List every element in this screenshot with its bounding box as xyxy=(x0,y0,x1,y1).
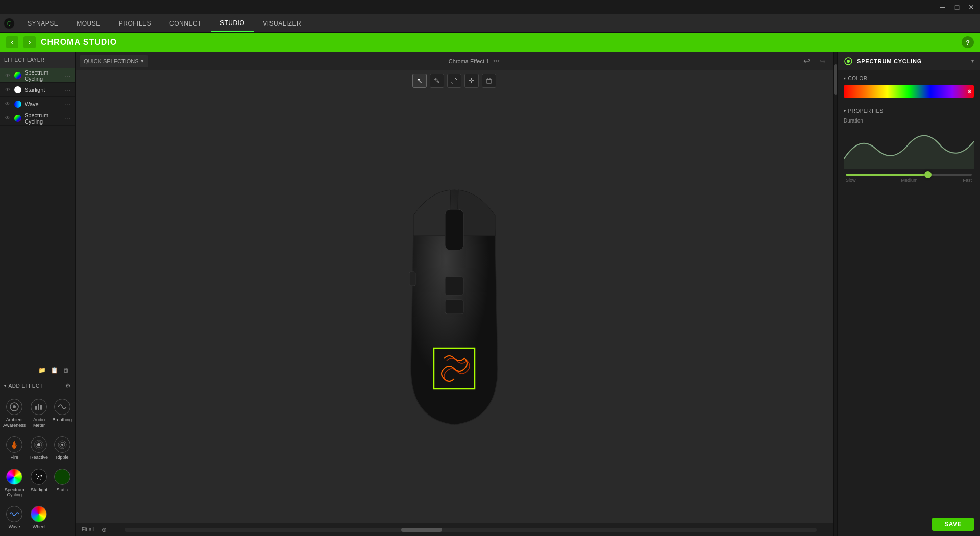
properties-section-title: ▾ PROPERTIES xyxy=(844,108,974,114)
effect-label-1: Spectrum Cycling xyxy=(24,69,62,82)
effect-item-wave-1[interactable]: 👁 Wave ··· xyxy=(0,97,75,111)
eye-icon-4[interactable]: 👁 xyxy=(4,115,11,122)
save-btn-container: SAVE xyxy=(838,513,980,536)
effect-cell-ambient[interactable]: AmbientAwareness xyxy=(2,396,27,431)
color-bar[interactable]: ⚙ xyxy=(844,85,974,98)
horizontal-scrollbar[interactable] xyxy=(125,528,817,532)
save-button[interactable]: SAVE xyxy=(932,518,974,531)
effect-item-starlight-1[interactable]: 👁 Starlight ··· xyxy=(0,83,75,97)
add-effect-arrow: ▾ xyxy=(4,384,7,388)
effect-cell-wave[interactable]: Wave xyxy=(2,503,27,533)
canvas-more-button[interactable]: ••• xyxy=(493,58,500,65)
audio-label: Audio Meter xyxy=(30,417,48,428)
effect-item-spectrum-cycling-2[interactable]: 👁 Spectrum Cycling ··· xyxy=(0,111,75,126)
fire-label: Fire xyxy=(10,455,18,460)
svg-point-13 xyxy=(36,474,37,475)
razer-logo: ⬡ xyxy=(0,14,18,33)
panel-effect-icon xyxy=(844,57,853,66)
breathing-label: Breathing xyxy=(52,417,72,423)
vertical-scrollbar[interactable] xyxy=(833,52,837,536)
eyedropper-tool[interactable] xyxy=(447,74,461,88)
canvas-toolbar-right: ↩ ↪ xyxy=(800,55,829,67)
properties-section: ▾ PROPERTIES Duration xyxy=(838,103,980,313)
panel-collapse-icon[interactable]: ▾ xyxy=(971,58,974,64)
more-icon-2[interactable]: ··· xyxy=(65,86,71,94)
add-effect-header[interactable]: ▾ ADD EFFECT ⚙ xyxy=(0,379,75,393)
delete-tool[interactable] xyxy=(482,74,496,88)
nav-item-connect[interactable]: CONNECT xyxy=(160,14,211,32)
sidebar-bottom: 📁 📋 🗑 xyxy=(0,361,75,379)
move-tool[interactable]: ✛ xyxy=(464,74,479,88)
more-icon-3[interactable]: ··· xyxy=(65,100,71,108)
help-button[interactable]: ? xyxy=(962,36,974,48)
color-section-title: ▾ COLOR xyxy=(844,76,974,81)
more-icon-4[interactable]: ··· xyxy=(65,114,71,123)
ripple-icon xyxy=(54,436,70,453)
effect-item-spectrum-cycling-1[interactable]: 👁 Spectrum Cycling ··· xyxy=(0,68,75,83)
nav-item-profiles[interactable]: PROFILES xyxy=(110,14,160,32)
quick-selections-arrow: ▾ xyxy=(141,58,144,64)
effect-cell-spectrum[interactable]: SpectrumCycling xyxy=(2,466,27,501)
select-tool[interactable]: ↖ xyxy=(412,74,427,88)
effect-cell-ripple[interactable]: Ripple xyxy=(51,433,73,464)
slider-thumb[interactable] xyxy=(924,171,932,178)
header-title: CHROMA STUDIO xyxy=(41,38,957,47)
starlight-icon xyxy=(31,469,47,485)
close-button[interactable]: ✕ xyxy=(967,3,976,12)
svg-point-16 xyxy=(41,479,42,480)
quick-selections[interactable]: QUICK SELECTIONS ▾ xyxy=(80,55,148,67)
add-effect-section: ▾ ADD EFFECT ⚙ AmbientAwareness Audio Me… xyxy=(0,379,75,536)
properties-label: PROPERTIES xyxy=(848,108,884,114)
zoom-icon[interactable]: ⊕ xyxy=(100,526,108,534)
duration-slider-track[interactable] xyxy=(846,174,972,176)
scrollbar-thumb[interactable] xyxy=(401,528,442,532)
minimize-button[interactable]: ─ xyxy=(938,3,947,12)
fit-all-button[interactable]: Fit all xyxy=(82,527,94,532)
canvas-status-bar: Fit all ⊕ xyxy=(76,523,833,536)
svg-text:⬡: ⬡ xyxy=(7,20,12,26)
right-panel-header: SPECTRUM CYCLING ▾ xyxy=(838,52,980,70)
undo-button[interactable]: ↩ xyxy=(800,55,813,67)
paint-tool[interactable]: ✎ xyxy=(430,74,444,88)
color-expand-arrow[interactable]: ▾ xyxy=(844,76,846,81)
spectrum-icon xyxy=(6,469,22,485)
effect-list: 👁 Spectrum Cycling ··· 👁 Starlight ··· 👁… xyxy=(0,68,75,361)
eye-icon-3[interactable]: 👁 xyxy=(4,101,11,108)
effect-cell-breathing[interactable]: Breathing xyxy=(51,396,73,431)
effect-cell-fire[interactable]: Fire xyxy=(2,433,27,464)
vertical-scroll-thumb[interactable] xyxy=(834,64,837,95)
nav-item-mouse[interactable]: MOUSE xyxy=(67,14,110,32)
ripple-label: Ripple xyxy=(56,455,69,460)
eye-icon-1[interactable]: 👁 xyxy=(4,72,11,79)
effect-cell-starlight[interactable]: Starlight xyxy=(29,466,49,501)
effect-cell-reactive[interactable]: Reactive xyxy=(29,433,49,464)
restore-button[interactable]: □ xyxy=(952,3,962,12)
svg-rect-6 xyxy=(40,405,42,410)
forward-button[interactable]: › xyxy=(23,36,36,48)
eye-icon-2[interactable]: 👁 xyxy=(4,86,11,93)
slider-labels: Slow Medium Fast xyxy=(846,178,972,183)
add-effect-settings-icon[interactable]: ⚙ xyxy=(65,382,71,389)
add-effect-label: ADD EFFECT xyxy=(9,383,43,389)
canvas-viewport[interactable] xyxy=(76,91,833,523)
redo-button[interactable]: ↪ xyxy=(817,55,829,67)
effect-cell-audio[interactable]: Audio Meter xyxy=(29,396,49,431)
effect-cell-static[interactable]: Static xyxy=(51,466,73,501)
back-button[interactable]: ‹ xyxy=(6,36,18,48)
svg-point-17 xyxy=(38,476,39,477)
delete-icon[interactable]: 🗑 xyxy=(62,366,71,375)
slider-medium-label: Medium xyxy=(901,178,917,183)
folder-icon[interactable]: 📁 xyxy=(37,366,46,375)
canvas-toolbar: QUICK SELECTIONS ▾ Chroma Effect 1 ••• ↩… xyxy=(76,52,833,70)
effect-cell-wheel[interactable]: Wheel xyxy=(29,503,49,533)
effect-label-4: Spectrum Cycling xyxy=(24,112,62,125)
nav-item-visualizer[interactable]: VISUALIZER xyxy=(254,14,310,32)
svg-line-18 xyxy=(455,78,457,80)
copy-icon[interactable]: 📋 xyxy=(50,366,59,375)
nav-item-studio[interactable]: STUDIO xyxy=(211,14,254,32)
more-icon-1[interactable]: ··· xyxy=(65,71,71,80)
audio-icon xyxy=(31,399,47,415)
nav-item-synapse[interactable]: SYNAPSE xyxy=(18,14,67,32)
breathing-icon xyxy=(54,399,70,415)
properties-expand-arrow[interactable]: ▾ xyxy=(844,109,846,113)
